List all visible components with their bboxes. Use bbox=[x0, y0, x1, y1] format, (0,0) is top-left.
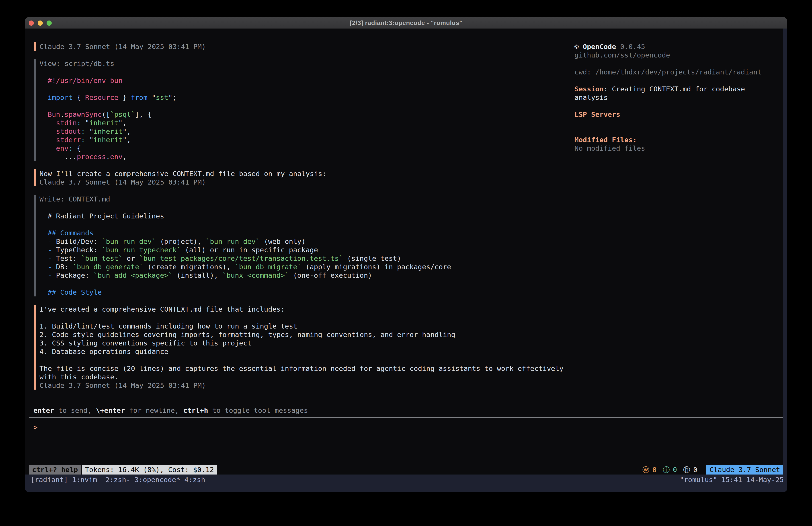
window-titlebar: [2/3] radiant:3:opencode - "romulus" bbox=[25, 17, 787, 29]
warning-count: 0 bbox=[652, 465, 657, 474]
assistant-block-bar bbox=[34, 42, 36, 51]
tmux-window-list[interactable]: [radiant] 1:nvim 2:zsh- 3:opencode* 4:zs… bbox=[30, 475, 205, 484]
assistant-message: I've created a comprehensive CONTEXT.md … bbox=[40, 305, 285, 313]
info-icon: ⓘ bbox=[663, 465, 670, 474]
warning-icon: ⓦ bbox=[642, 465, 649, 474]
code-line: #!/usr/bin/env bun bbox=[48, 76, 122, 85]
maximize-button[interactable] bbox=[47, 20, 52, 26]
sidebar-repo-link[interactable]: github.com/sst/opencode bbox=[575, 51, 670, 59]
right-edge-strip bbox=[783, 29, 787, 492]
tokens-cost-chip: Tokens: 16.4K (8%), Cost: $0.12 bbox=[82, 465, 217, 474]
info-count: 0 bbox=[673, 465, 677, 474]
code-line: stdin: "inherit", bbox=[48, 118, 127, 127]
hint-count: 0 bbox=[693, 465, 697, 474]
numbered-item: 4. Database operations guidance bbox=[40, 347, 169, 356]
markdown-line: - TypeCheck: `bun run typecheck` (all) o… bbox=[48, 246, 318, 254]
composer-divider bbox=[29, 417, 783, 418]
sidebar-lsp-header: LSP Servers bbox=[575, 110, 620, 118]
sidebar-app-version: © OpenCode 0.0.45 bbox=[575, 42, 645, 51]
status-bar-right: ⓦ 0 ⓘ 0 ⓗ 0 Claude 3.7 Sonnet bbox=[642, 465, 783, 474]
markdown-line: ## Code Style bbox=[48, 288, 102, 296]
markdown-line: # Radiant Project Guidelines bbox=[48, 212, 164, 220]
markdown-line: - Build/Dev: `bun run dev` (project), `b… bbox=[48, 237, 305, 246]
sidebar-cwd: cwd: /home/thdxr/dev/projects/radiant/ra… bbox=[575, 68, 762, 76]
code-line: ...process.env, bbox=[48, 153, 127, 161]
keybinding-hints: enter to send, \+enter for newline, ctrl… bbox=[33, 406, 308, 415]
help-chip[interactable]: ctrl+? help bbox=[29, 465, 81, 474]
model-selector-chip[interactable]: Claude 3.7 Sonnet bbox=[706, 465, 783, 474]
desktop: { "titlebar": { "title": "[2/3] radiant:… bbox=[0, 0, 812, 526]
prompt-input[interactable]: > bbox=[33, 423, 38, 431]
assistant-block-bar bbox=[34, 169, 36, 186]
minimize-button[interactable] bbox=[38, 20, 43, 26]
model-attribution: Claude 3.7 Sonnet (14 May 2025 03:41 PM) bbox=[40, 178, 206, 186]
markdown-line: - Package: `bun add <package>` (install)… bbox=[48, 271, 372, 280]
tmux-status-bar: [radiant] 1:nvim 2:zsh- 3:opencode* 4:zs… bbox=[25, 474, 787, 492]
markdown-line: ## Commands bbox=[48, 229, 93, 237]
close-button[interactable] bbox=[29, 20, 34, 26]
tmux-session-info: "romulus" 15:41 14-May-25 bbox=[680, 475, 784, 484]
assistant-message: Now I'll create a comprehensive CONTEXT.… bbox=[40, 169, 327, 178]
sidebar-modified-header: Modified Files: bbox=[575, 136, 637, 144]
markdown-line: - DB: `bun db generate` (create migratio… bbox=[48, 262, 451, 271]
code-line: stdout: "inherit", bbox=[48, 127, 131, 136]
code-line: env: { bbox=[48, 144, 81, 153]
numbered-item: 1. Build/lint/test commands including ho… bbox=[40, 322, 297, 330]
tool-view-label: View: script/db.ts bbox=[40, 59, 114, 68]
hint-icon: ⓗ bbox=[683, 465, 690, 474]
code-line: import { Resource } from "sst"; bbox=[48, 93, 177, 102]
status-bar-left: ctrl+? help Tokens: 16.4K (8%), Cost: $0… bbox=[29, 465, 217, 474]
assistant-paragraph: The file is concise (20 lines) and captu… bbox=[40, 364, 564, 373]
window-title: [2/3] radiant:3:opencode - "romulus" bbox=[350, 19, 462, 27]
model-attribution: Claude 3.7 Sonnet (14 May 2025 03:41 PM) bbox=[40, 42, 206, 51]
tool-block-bar bbox=[34, 195, 36, 296]
sidebar-session-title-wrap: analysis bbox=[575, 93, 608, 102]
tool-write-label: Write: CONTEXT.md bbox=[40, 195, 110, 203]
assistant-paragraph: with this codebase. bbox=[40, 373, 118, 381]
numbered-item: 2. Code style guidelines covering import… bbox=[40, 330, 455, 339]
sidebar-session-title: Session: Creating CONTEXT.md for codebas… bbox=[575, 85, 745, 93]
sidebar-modified-empty: No modified files bbox=[575, 144, 645, 153]
terminal-window: [2/3] radiant:3:opencode - "romulus" Cla… bbox=[25, 17, 787, 492]
code-line: stderr: "inherit", bbox=[48, 136, 131, 144]
tool-block-bar bbox=[34, 59, 36, 161]
markdown-line: - Test: `bun test` or `bun test packages… bbox=[48, 254, 401, 262]
model-attribution: Claude 3.7 Sonnet (14 May 2025 03:41 PM) bbox=[40, 381, 206, 389]
numbered-item: 3. CSS styling conventions specific to t… bbox=[40, 339, 251, 347]
code-line: Bun.spawnSync([`psql`], { bbox=[48, 110, 152, 118]
assistant-block-bar bbox=[34, 305, 36, 389]
